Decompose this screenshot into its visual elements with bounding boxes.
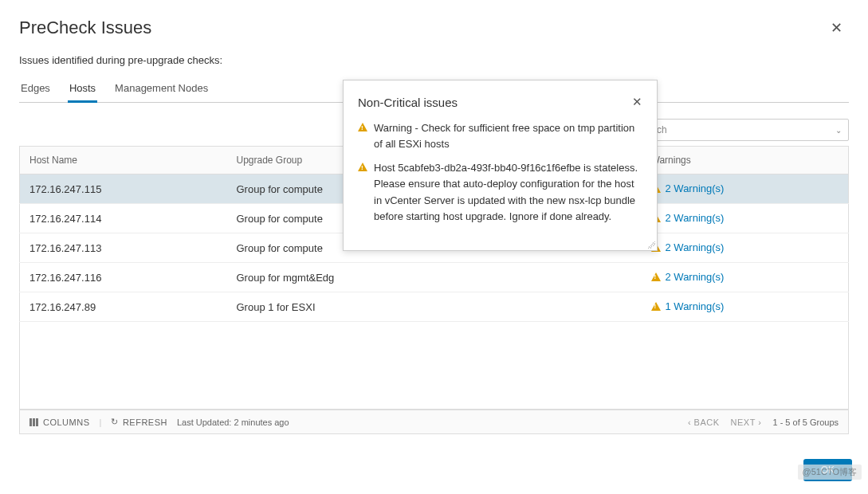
popover-item-text: Warning - Check for sufficient free spac…: [374, 120, 642, 152]
page-subtitle: Issues identified during pre-upgrade che…: [19, 54, 849, 66]
cell-host-name: 172.16.247.113: [20, 233, 227, 263]
cell-warnings: 1 Warning(s): [642, 292, 849, 322]
cell-upgrade-group: Group for mgmt&Edg: [227, 263, 642, 292]
svg-rect-0: [29, 418, 32, 426]
popover-close-icon[interactable]: ✕: [632, 95, 642, 109]
col-warnings[interactable]: Warnings: [642, 147, 849, 174]
page-title: PreCheck Issues: [19, 18, 151, 38]
svg-rect-1: [33, 418, 35, 426]
col-host-name[interactable]: Host Name: [20, 147, 227, 174]
cell-warnings: 2 Warning(s): [642, 263, 849, 292]
cell-warnings: 2 Warning(s): [642, 204, 849, 233]
cell-warnings: 2 Warning(s): [642, 174, 849, 204]
back-button[interactable]: ‹ BACK: [688, 418, 720, 427]
warning-icon: [358, 163, 367, 171]
issues-popover: Non-Critical issues ✕ Warning - Check fo…: [343, 80, 658, 251]
next-label: NEXT: [731, 418, 756, 427]
cell-host-name: 172.16.247.115: [20, 174, 227, 204]
refresh-label: REFRESH: [123, 418, 167, 427]
search-placeholder: ch: [657, 124, 667, 135]
search-select[interactable]: ch ⌄: [650, 119, 849, 141]
warnings-link[interactable]: 2 Warning(s): [651, 182, 725, 194]
refresh-icon: ↻: [111, 417, 119, 427]
warnings-count-text: 2 Warning(s): [666, 241, 725, 253]
back-label: BACK: [694, 418, 720, 427]
columns-button[interactable]: COLUMNS: [29, 418, 90, 427]
popover-item: Host 5cabfeb3-db2a-493f-bb40-9f16c1f6efb…: [358, 160, 642, 225]
warning-icon: [358, 123, 367, 131]
tab-edges[interactable]: Edges: [19, 77, 52, 102]
cell-host-name: 172.16.247.116: [20, 263, 227, 292]
refresh-button[interactable]: ↻ REFRESH: [111, 417, 167, 427]
table-row[interactable]: 172.16.247.89Group 1 for ESXI1 Warning(s…: [20, 292, 849, 322]
warnings-count-text: 1 Warning(s): [666, 300, 725, 312]
cell-host-name: 172.16.247.114: [20, 204, 227, 233]
warnings-link[interactable]: 2 Warning(s): [651, 241, 725, 253]
tab-management-nodes[interactable]: Management Nodes: [113, 77, 210, 102]
chevron-left-icon: ‹: [688, 418, 691, 427]
table-row[interactable]: 172.16.247.116Group for mgmt&Edg2 Warnin…: [20, 263, 849, 292]
svg-rect-2: [36, 418, 38, 426]
popover-item-text: Host 5cabfeb3-db2a-493f-bb40-9f16c1f6efb…: [374, 160, 642, 225]
tab-hosts[interactable]: Hosts: [68, 77, 97, 102]
warnings-count-text: 2 Warning(s): [666, 182, 725, 194]
table-footer: COLUMNS | ↻ REFRESH Last Updated: 2 minu…: [19, 410, 849, 434]
chevron-down-icon: ⌄: [835, 126, 842, 135]
warnings-count-text: 2 Warning(s): [666, 271, 725, 283]
warnings-link[interactable]: 2 Warning(s): [651, 271, 725, 283]
popover-title: Non-Critical issues: [358, 96, 458, 109]
warning-icon: [651, 272, 661, 281]
popover-item: Warning - Check for sufficient free spac…: [358, 120, 642, 152]
cell-host-name: 172.16.247.89: [20, 292, 227, 322]
pagination-text: 1 - 5 of 5 Groups: [772, 418, 839, 427]
warning-icon: [651, 302, 661, 311]
cell-upgrade-group: Group 1 for ESXI: [227, 292, 642, 322]
chevron-right-icon: ›: [758, 418, 761, 427]
warnings-link[interactable]: 2 Warning(s): [651, 212, 725, 224]
next-button[interactable]: NEXT ›: [731, 418, 762, 427]
resize-handle-icon[interactable]: [647, 241, 655, 249]
columns-icon: [29, 418, 39, 426]
last-updated-text: Last Updated: 2 minutes ago: [177, 418, 289, 427]
warnings-link[interactable]: 1 Warning(s): [651, 300, 725, 312]
columns-label: COLUMNS: [43, 418, 90, 427]
close-icon[interactable]: ✕: [824, 16, 849, 40]
cell-warnings: 2 Warning(s): [642, 233, 849, 263]
warnings-count-text: 2 Warning(s): [666, 212, 725, 224]
ok-button[interactable]: OK: [803, 459, 852, 481]
